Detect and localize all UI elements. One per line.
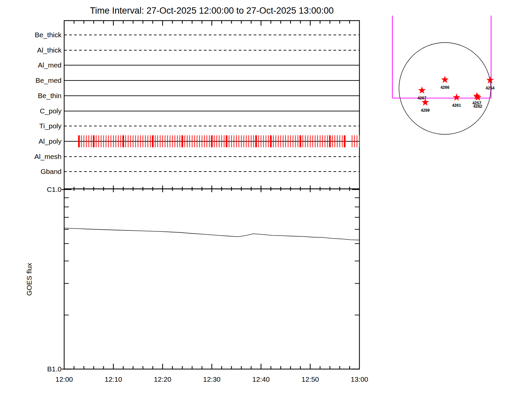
- filter-row-label: Al_poly: [39, 137, 62, 145]
- active-region-star: [418, 86, 426, 94]
- active-region-label: 4262: [473, 104, 482, 109]
- filter-row-label: Be_thick: [35, 31, 62, 39]
- active-region-label: 4254: [486, 86, 495, 90]
- goes-y-top-tick-label: C1.0: [47, 186, 62, 193]
- goes-frame: [64, 189, 359, 369]
- filter-row-label: Al_thick: [37, 46, 62, 54]
- active-region-label: 4261: [452, 103, 461, 108]
- filter-row-label: Be_thin: [38, 92, 62, 100]
- timeline-frame: [64, 21, 359, 189]
- solar-disk-map: 4266425442674261425742624269: [392, 16, 495, 134]
- filter-row-label: Be_med: [36, 76, 62, 84]
- filter-row-label: Al_mesh: [34, 153, 62, 161]
- active-region-star: [441, 76, 449, 83]
- active-region-label: 4266: [441, 85, 450, 90]
- active-region-star: [486, 76, 494, 83]
- figure-title: Time Interval: 27-Oct-2025 12:00:00 to 2…: [90, 6, 334, 16]
- goes-flux-panel: C1.0 B1.0 GOES flux 12:0012:1012:2012:30…: [25, 186, 368, 383]
- filter-row-label: Ti_poly: [39, 122, 62, 130]
- goes-x-tick-label: 12:20: [154, 375, 172, 383]
- active-region-star: [474, 93, 482, 101]
- goes-y-bottom-tick-label: B1.0: [47, 365, 62, 373]
- filter-timeline-panel: Be_thickAl_thickAl_medBe_medBe_thinC_pol…: [34, 21, 359, 192]
- plot-window: Time Interval: 27-Oct-2025 12:00:00 to 2…: [0, 0, 532, 399]
- goes-x-tick-label: 12:30: [203, 375, 221, 383]
- goes-x-tick-label: 12:50: [302, 375, 319, 383]
- goes-y-axis-title: GOES flux: [25, 263, 33, 296]
- filter-row-label: C_poly: [40, 107, 62, 115]
- goes-x-tick-label: 12:00: [56, 375, 73, 383]
- goes-x-tick-label: 12:40: [252, 375, 270, 383]
- active-region-label: 4269: [421, 108, 430, 113]
- xrt-goes-timeline-figure: Time Interval: 27-Oct-2025 12:00:00 to 2…: [0, 0, 532, 399]
- goes-flux-curve: [64, 228, 359, 240]
- active-region-star: [453, 93, 461, 101]
- goes-x-tick-label: 12:10: [105, 375, 122, 383]
- goes-x-tick-label: 13:00: [351, 375, 368, 383]
- filter-row-label: Gband: [41, 168, 62, 175]
- filter-row-label: Al_med: [38, 61, 62, 69]
